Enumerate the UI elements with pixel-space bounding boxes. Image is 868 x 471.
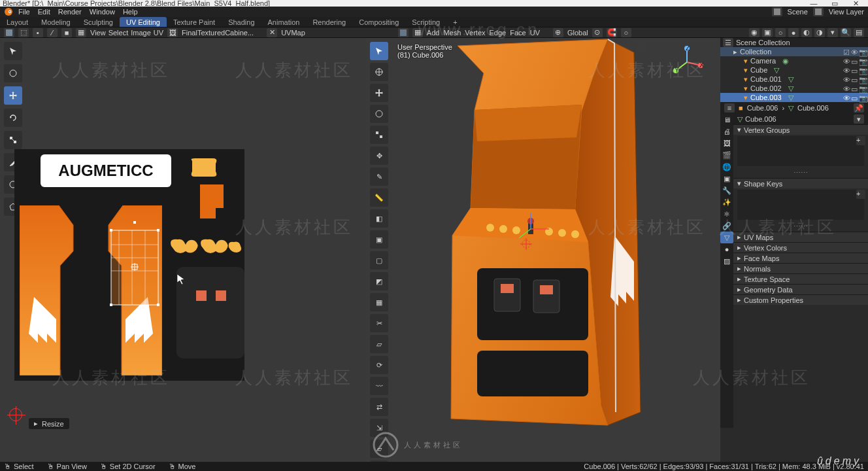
render-icon[interactable]: 📷 bbox=[859, 48, 865, 55]
uv-tool-move[interactable] bbox=[4, 86, 22, 105]
render-icon[interactable]: 📷 bbox=[859, 76, 865, 82]
menu-window[interactable]: Window bbox=[87, 8, 118, 16]
tab-compositing[interactable]: Compositing bbox=[352, 17, 405, 27]
pin-icon[interactable]: 📌 bbox=[854, 103, 864, 113]
maximize-button[interactable]: ▭ bbox=[825, 0, 844, 8]
tab-shading[interactable]: Shading bbox=[222, 17, 261, 27]
tab-uv-editing[interactable]: UV Editing bbox=[120, 17, 167, 27]
3d-tool-smooth[interactable]: 〰 bbox=[370, 377, 388, 395]
tab-material[interactable]: ● bbox=[720, 243, 733, 255]
3d-tool-bevel[interactable]: ◩ bbox=[370, 272, 388, 290]
menu-render[interactable]: Render bbox=[56, 8, 84, 16]
tab-sculpting[interactable]: Sculpting bbox=[77, 17, 120, 27]
menu-file[interactable]: File bbox=[16, 8, 33, 16]
close-button[interactable]: ✕ bbox=[846, 0, 865, 8]
outliner-tree[interactable]: ▸ Collection ☑👁📷 ▾ Camera ◉ 👁▭📷 ▾ Cube ▽… bbox=[720, 47, 868, 102]
eye-icon[interactable]: 👁 bbox=[843, 67, 850, 73]
panel-face-maps[interactable]: ▸Face Maps bbox=[733, 253, 868, 263]
3d-tool-select[interactable] bbox=[370, 63, 388, 81]
shading-matcap-icon[interactable]: ◐ bbox=[801, 28, 812, 37]
outliner-root[interactable]: Scene Collection bbox=[736, 39, 790, 46]
3d-tool-transform[interactable]: ✥ bbox=[370, 147, 388, 165]
3d-viewport[interactable]: ✥ ✎ 📏 ◧ ▣ ▢ ◩ ▦ ✂ ▱ ⟳ 〰 ⇄ ⇲ ▱ ⎋ User Per… bbox=[366, 38, 720, 462]
uv-edge-sel-icon[interactable]: ∕ bbox=[47, 28, 58, 37]
image-name[interactable]: FinalTexturedCabine... bbox=[182, 29, 254, 37]
select-icon[interactable]: ▭ bbox=[851, 94, 858, 101]
eye-icon[interactable]: 👁 bbox=[843, 85, 850, 92]
exclude-icon[interactable]: ☑ bbox=[843, 48, 850, 55]
tab-render[interactable]: 🖥 bbox=[720, 114, 733, 126]
shading-solid-icon[interactable]: ● bbox=[788, 28, 799, 37]
panel-vertex-colors[interactable]: ▸Vertex Colors bbox=[733, 242, 868, 253]
shading-render-icon[interactable]: ◑ bbox=[814, 28, 825, 37]
3d-tool-knife[interactable]: ✂ bbox=[370, 314, 388, 332]
minimize-button[interactable]: — bbox=[804, 0, 824, 8]
scene-icon[interactable] bbox=[772, 7, 782, 16]
image-pin-icon[interactable]: ✕ bbox=[267, 28, 277, 37]
tab-rendering[interactable]: Rendering bbox=[306, 17, 352, 27]
panel-normals[interactable]: ▸Normals bbox=[733, 263, 868, 273]
viewlayer-name[interactable]: View Layer bbox=[829, 8, 864, 16]
outliner-item-cube003[interactable]: ▾ Cube.003 ▽ 👁▭📷 bbox=[720, 93, 868, 102]
3d-tool-extrude[interactable]: ▣ bbox=[370, 230, 388, 249]
uv-face-sel-icon[interactable]: ■ bbox=[61, 28, 72, 37]
select-icon[interactable]: ▭ bbox=[851, 85, 858, 92]
eye-icon[interactable]: 👁 bbox=[851, 48, 858, 55]
uv-editor[interactable]: AUGMETICC ▸ Resize bbox=[0, 38, 366, 462]
tab-layout[interactable]: Layout bbox=[0, 17, 35, 27]
3d-tool-scale[interactable] bbox=[370, 126, 388, 144]
tab-world[interactable]: 🌐 bbox=[720, 161, 733, 173]
add-sk-button[interactable]: + bbox=[856, 190, 865, 199]
uv-menu-select[interactable]: Select bbox=[108, 29, 129, 37]
overlay-toggle-icon[interactable]: ◉ bbox=[749, 28, 760, 37]
panel-custom-properties[interactable]: ▸Custom Properties bbox=[733, 294, 868, 305]
panel-geometry-data[interactable]: ▸Geometry Data bbox=[733, 284, 868, 294]
uv-sync-icon[interactable]: ⬚ bbox=[18, 28, 29, 37]
tab-viewlayer[interactable]: 🖼 bbox=[720, 137, 733, 149]
uv-menu-image[interactable]: Image bbox=[131, 29, 151, 37]
outliner-collection[interactable]: ▸ Collection ☑👁📷 bbox=[720, 47, 868, 56]
3d-tool-shear[interactable]: ▱ bbox=[370, 440, 388, 458]
panel-uv-maps[interactable]: ▸UV Maps bbox=[733, 232, 868, 242]
tab-scene[interactable]: 🎬 bbox=[720, 149, 733, 161]
3d-tool-loopcut[interactable]: ▦ bbox=[370, 293, 388, 311]
shading-wire-icon[interactable]: ○ bbox=[775, 28, 786, 37]
props-type-icon[interactable]: ≡ bbox=[724, 103, 735, 113]
outliner-item-cube001[interactable]: ▾ Cube.001 ▽ 👁▭📷 bbox=[720, 75, 868, 84]
outliner-item-camera[interactable]: ▾ Camera ◉ 👁▭📷 bbox=[720, 56, 868, 65]
tab-mesh-data[interactable]: ▽ bbox=[720, 232, 733, 243]
xray-icon[interactable]: ▣ bbox=[762, 28, 773, 37]
outliner-type-icon[interactable]: ☰ bbox=[723, 38, 733, 47]
render-icon[interactable]: 📷 bbox=[859, 67, 865, 73]
3d-tool-edgeslide[interactable]: ⇄ bbox=[370, 398, 388, 416]
tab-particles[interactable]: ✨ bbox=[720, 196, 733, 208]
scene-name[interactable]: Scene bbox=[788, 8, 808, 16]
tab-add[interactable]: + bbox=[446, 17, 463, 27]
outliner-new-icon[interactable]: ▤ bbox=[854, 28, 864, 37]
outliner-item-cube[interactable]: ▾ Cube ▽ 👁▭📷 bbox=[720, 65, 868, 75]
vertex-groups-list[interactable]: + bbox=[737, 136, 864, 166]
eye-icon[interactable]: 👁 bbox=[843, 94, 850, 101]
render-icon[interactable]: 📷 bbox=[859, 94, 865, 101]
operator-status[interactable]: ▸ Resize bbox=[29, 418, 69, 429]
render-icon[interactable]: 📷 bbox=[859, 85, 865, 92]
3d-tool-measure[interactable]: 📏 bbox=[370, 188, 388, 207]
uvmap-name[interactable]: UVMap bbox=[281, 29, 305, 37]
panel-vertex-groups[interactable]: ▾Vertex Groups bbox=[733, 124, 868, 135]
3d-tool-spin[interactable]: ⟳ bbox=[370, 356, 388, 374]
mesh-name-row[interactable]: ▽ Cube.006 ▾ bbox=[733, 114, 868, 124]
uv-tool-cursor[interactable] bbox=[4, 42, 22, 60]
outliner-filter-icon[interactable]: ▾ bbox=[827, 28, 838, 37]
mesh-browse-icon[interactable]: ▾ bbox=[854, 114, 864, 124]
tab-texture[interactable]: ▨ bbox=[720, 255, 733, 267]
3d-tool-inset[interactable]: ▢ bbox=[370, 251, 388, 270]
eye-icon[interactable]: 👁 bbox=[843, 58, 850, 64]
3d-tool-annotate[interactable]: ✎ bbox=[370, 167, 388, 186]
tab-modeling[interactable]: Modeling bbox=[35, 17, 77, 27]
tab-texture-paint[interactable]: Texture Paint bbox=[167, 17, 222, 27]
panel-shape-keys[interactable]: ▾Shape Keys bbox=[733, 178, 868, 188]
uv-vertex-sel-icon[interactable]: ▪ bbox=[33, 28, 43, 37]
tab-scripting[interactable]: Scripting bbox=[405, 17, 446, 27]
3d-editor-type-icon[interactable] bbox=[398, 28, 409, 37]
viewlayer-icon[interactable] bbox=[813, 7, 824, 16]
